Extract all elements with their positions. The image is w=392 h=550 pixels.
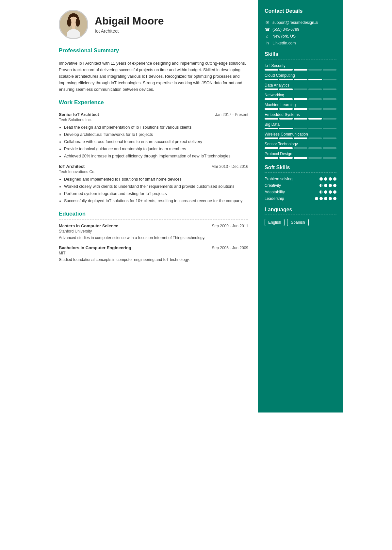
list-item: Performed system integration and testing… <box>64 190 248 197</box>
languages-divider <box>265 215 336 215</box>
edu-2-desc: Studied foundational concepts in compute… <box>59 257 248 263</box>
skill-bar-segment <box>308 79 322 80</box>
dot <box>329 190 332 194</box>
skill-bar-segment <box>294 98 307 100</box>
list-item: Designed and implemented IoT solutions f… <box>64 176 248 183</box>
dot <box>333 190 336 194</box>
skill-bar-segment <box>279 89 293 90</box>
list-item: Collaborate with cross-functional teams … <box>64 138 248 145</box>
email-icon: ✉ <box>265 20 270 25</box>
edu-2-degree: Bachelors in Computer Engineering <box>59 245 131 250</box>
skill-bar-segment <box>265 118 278 120</box>
contact-linkedin-item: in LinkedIn.com <box>265 41 336 45</box>
skill-bar-segment <box>265 79 278 80</box>
skill-bar <box>265 108 336 110</box>
languages-title: Languages <box>265 207 336 213</box>
skill-bar <box>265 69 336 71</box>
skills-title: Skills <box>265 51 336 57</box>
job-1-header: Senior IoT Architect Jan 2017 - Present <box>59 112 248 117</box>
skill-bar-segment <box>294 157 307 159</box>
skill-bar-segment <box>265 89 278 90</box>
dot <box>333 197 336 200</box>
edu-2-school: MIT <box>59 251 248 255</box>
soft-skill-name: Adaptability <box>265 190 285 194</box>
work-experience-section: Work Experience Senior IoT Architect Jan… <box>59 99 248 204</box>
skill-bar-segment <box>265 157 278 159</box>
skill-bar-segment <box>308 118 322 120</box>
skill-bar-segment <box>279 69 293 71</box>
skill-bar-segment <box>323 128 336 129</box>
soft-skills-title: Soft Skills <box>265 165 336 170</box>
skill-bar-segment <box>279 118 293 120</box>
skills-container: IoT SecurityCloud ComputingData Analytic… <box>265 63 336 159</box>
education-divider <box>59 219 248 219</box>
dot <box>324 184 327 187</box>
contact-email: support@resumedesign.ai <box>272 20 318 25</box>
job-2-title: IoT Architect <box>59 164 85 169</box>
skill-bar-segment <box>294 128 307 129</box>
dot <box>319 190 323 194</box>
skill-bar-segment <box>323 108 336 110</box>
dot <box>324 197 327 200</box>
resume-header: Abigail Moore Iot Architect <box>59 10 248 39</box>
skill-bar <box>265 89 336 90</box>
lang-tags: EnglishSpanish <box>265 219 336 226</box>
resume-container: Abigail Moore Iot Architect Professional… <box>49 0 343 412</box>
skill-bar-segment <box>265 128 278 129</box>
soft-skill-name: Creativity <box>265 183 281 188</box>
list-item: Worked closely with clients to understan… <box>64 183 248 190</box>
skill-item: Protocol Design <box>265 152 336 159</box>
skill-bar <box>265 147 336 149</box>
education-section: Education Masters in Computer Science Se… <box>59 211 248 263</box>
right-column: Contact Details ✉ support@resumedesign.a… <box>258 0 343 412</box>
dot <box>319 177 323 181</box>
skill-bar-segment <box>294 79 307 80</box>
soft-skill-dots <box>315 197 336 200</box>
job-1-bullets: Lead the design and implementation of Io… <box>64 124 248 159</box>
dot <box>315 197 318 200</box>
skill-item: Big Data <box>265 122 336 129</box>
skill-item: Networking <box>265 93 336 100</box>
edu-2-date: Sep 2005 - Jun 2009 <box>212 246 248 250</box>
candidate-job-title: Iot Architect <box>95 28 164 34</box>
skill-bar-segment <box>323 79 336 80</box>
svg-point-5 <box>67 18 71 26</box>
language-tag: Spanish <box>287 219 308 226</box>
skill-bar-segment <box>279 108 293 110</box>
skill-bar-segment <box>323 147 336 149</box>
skill-bar-segment <box>294 118 307 120</box>
skill-name: Big Data <box>265 122 336 127</box>
skill-bar-segment <box>323 69 336 71</box>
home-icon: ⌂ <box>265 34 270 39</box>
contact-location-item: ⌂ NewYork, US <box>265 34 336 39</box>
skill-bar-segment <box>279 128 293 129</box>
skill-item: Data Analytics <box>265 83 336 90</box>
name-title: Abigail Moore Iot Architect <box>95 15 164 33</box>
skill-bar-segment <box>308 89 322 90</box>
contact-phone-item: ☎ (555) 345-6789 <box>265 27 336 32</box>
skill-bar-segment <box>294 147 307 149</box>
dot <box>324 190 327 194</box>
skill-bar-segment <box>308 69 322 71</box>
skill-bar <box>265 98 336 100</box>
skill-bar-segment <box>308 157 322 159</box>
soft-skill-name: Problem solving <box>265 177 292 181</box>
dot <box>329 184 332 187</box>
dot <box>333 184 336 187</box>
skill-bar-segment <box>323 138 336 139</box>
skill-item: Embedded Systems <box>265 112 336 120</box>
skill-item: Cloud Computing <box>265 73 336 80</box>
job-1-date: Jan 2017 - Present <box>215 112 248 117</box>
work-divider <box>59 108 248 108</box>
skill-bar-segment <box>294 69 307 71</box>
skills-divider <box>265 59 336 59</box>
avatar <box>59 10 88 39</box>
skill-bar-segment <box>294 89 307 90</box>
summary-section: Professional Summary Innovative IoT Arch… <box>59 47 248 93</box>
skill-bar-segment <box>308 138 322 139</box>
skill-bar-segment <box>265 98 278 100</box>
skill-bar-segment <box>279 157 293 159</box>
candidate-name: Abigail Moore <box>95 15 164 27</box>
summary-text: Innovative IoT Architect with 11 years o… <box>59 60 248 93</box>
contact-email-item: ✉ support@resumedesign.ai <box>265 20 336 25</box>
